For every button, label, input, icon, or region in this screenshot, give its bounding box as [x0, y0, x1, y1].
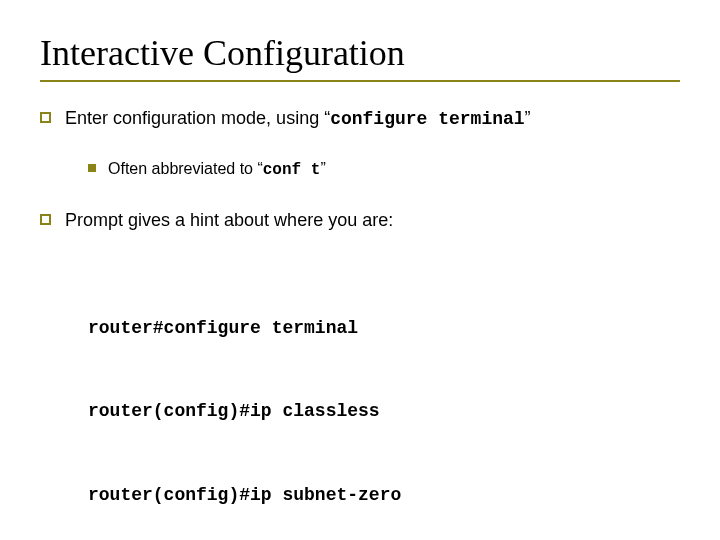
sub-bullet-text: Often abbreviated to “conf t” — [108, 158, 326, 181]
slide: Interactive Configuration Enter configur… — [0, 0, 720, 540]
text: Often abbreviated to “ — [108, 160, 263, 177]
code-block: router#configure terminal router(config)… — [88, 259, 680, 540]
bullet-text: Enter configuration mode, using “configu… — [65, 106, 531, 132]
text: Enter configuration mode, using “ — [65, 108, 330, 128]
title-underline — [40, 80, 680, 82]
code-line: router#configure terminal — [88, 315, 680, 343]
code-line: router(config)#ip classless — [88, 398, 680, 426]
square-bullet-icon — [40, 112, 51, 123]
sub-bullet-item: Often abbreviated to “conf t” — [88, 158, 680, 181]
square-bullet-icon — [88, 164, 96, 172]
text: ” — [525, 108, 531, 128]
bullet-text: Prompt gives a hint about where you are: — [65, 208, 393, 233]
bullet-item: Prompt gives a hint about where you are: — [40, 208, 680, 233]
bullet-item: Enter configuration mode, using “configu… — [40, 106, 680, 132]
inline-code: configure terminal — [330, 109, 524, 129]
code-line: router(config)#ip subnet-zero — [88, 482, 680, 510]
square-bullet-icon — [40, 214, 51, 225]
slide-title: Interactive Configuration — [40, 32, 680, 74]
inline-code: conf t — [263, 161, 321, 179]
text: ” — [320, 160, 325, 177]
